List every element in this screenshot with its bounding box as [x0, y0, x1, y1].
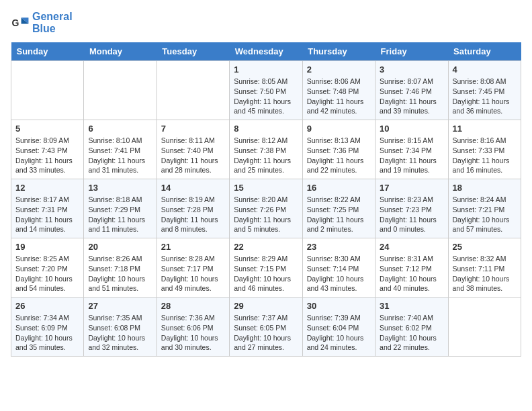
cell-details: Sunrise: 8:15 AMSunset: 7:34 PMDaylight:… [380, 136, 443, 175]
cell-details: Sunrise: 7:39 AMSunset: 6:04 PMDaylight:… [307, 313, 371, 353]
cell-details: Sunrise: 8:17 AMSunset: 7:31 PMDaylight:… [15, 195, 79, 234]
weekday-header: Monday [84, 42, 157, 61]
cell-details: Sunrise: 8:31 AMSunset: 7:12 PMDaylight:… [380, 254, 443, 293]
day-number: 30 [307, 301, 371, 311]
weekday-header: Thursday [302, 42, 375, 61]
cell-details: Sunrise: 8:16 AMSunset: 7:33 PMDaylight:… [453, 136, 517, 175]
cell-details: Sunrise: 8:22 AMSunset: 7:25 PMDaylight:… [307, 195, 371, 234]
calendar-cell: 25Sunrise: 8:32 AMSunset: 7:11 PMDayligh… [448, 238, 521, 298]
logo: G General Blue [11, 11, 73, 34]
calendar-cell: 17Sunrise: 8:23 AMSunset: 7:23 PMDayligh… [375, 179, 448, 238]
weekday-header: Sunday [11, 42, 84, 61]
cell-details: Sunrise: 7:40 AMSunset: 6:02 PMDaylight:… [380, 313, 443, 353]
cell-details: Sunrise: 8:09 AMSunset: 7:43 PMDaylight:… [15, 136, 79, 175]
cell-details: Sunrise: 8:28 AMSunset: 7:17 PMDaylight:… [161, 254, 225, 293]
day-number: 12 [15, 183, 79, 193]
cell-details: Sunrise: 7:35 AMSunset: 6:08 PMDaylight:… [88, 313, 152, 353]
cell-details: Sunrise: 7:37 AMSunset: 6:05 PMDaylight:… [234, 313, 298, 353]
cell-details: Sunrise: 8:08 AMSunset: 7:45 PMDaylight:… [453, 77, 517, 116]
calendar-cell: 24Sunrise: 8:31 AMSunset: 7:12 PMDayligh… [375, 238, 448, 298]
calendar-cell: 4Sunrise: 8:08 AMSunset: 7:45 PMDaylight… [448, 61, 521, 120]
calendar-cell: 26Sunrise: 7:34 AMSunset: 6:09 PMDayligh… [11, 298, 84, 357]
calendar-cell: 7Sunrise: 8:11 AMSunset: 7:40 PMDaylight… [157, 120, 229, 179]
cell-details: Sunrise: 8:10 AMSunset: 7:41 PMDaylight:… [88, 136, 152, 175]
day-number: 2 [307, 64, 371, 75]
page-header: G General Blue [11, 11, 521, 34]
cell-details: Sunrise: 8:06 AMSunset: 7:48 PMDaylight:… [307, 77, 371, 116]
day-number: 7 [161, 124, 225, 134]
calendar-table: SundayMondayTuesdayWednesdayThursdayFrid… [11, 42, 521, 357]
day-number: 31 [380, 301, 443, 311]
cell-details: Sunrise: 8:23 AMSunset: 7:23 PMDaylight:… [380, 195, 443, 234]
calendar-cell: 12Sunrise: 8:17 AMSunset: 7:31 PMDayligh… [11, 179, 84, 238]
cell-details: Sunrise: 8:18 AMSunset: 7:29 PMDaylight:… [88, 195, 152, 234]
calendar-cell: 2Sunrise: 8:06 AMSunset: 7:48 PMDaylight… [302, 61, 375, 120]
day-number: 3 [380, 64, 443, 75]
calendar-cell: 23Sunrise: 8:30 AMSunset: 7:14 PMDayligh… [302, 238, 375, 298]
day-number: 22 [234, 242, 298, 252]
cell-details: Sunrise: 8:25 AMSunset: 7:20 PMDaylight:… [15, 254, 79, 293]
day-number: 15 [234, 183, 298, 193]
day-number: 17 [380, 183, 443, 193]
day-number: 19 [15, 242, 79, 252]
calendar-cell: 13Sunrise: 8:18 AMSunset: 7:29 PMDayligh… [84, 179, 157, 238]
day-number: 21 [161, 242, 225, 252]
day-number: 29 [234, 301, 298, 311]
day-number: 23 [307, 242, 371, 252]
calendar-cell [448, 298, 521, 357]
cell-details: Sunrise: 8:29 AMSunset: 7:15 PMDaylight:… [234, 254, 298, 293]
day-number: 5 [15, 124, 79, 134]
cell-details: Sunrise: 8:30 AMSunset: 7:14 PMDaylight:… [307, 254, 371, 293]
day-number: 24 [380, 242, 443, 252]
cell-details: Sunrise: 8:24 AMSunset: 7:21 PMDaylight:… [453, 195, 517, 234]
calendar-cell: 9Sunrise: 8:13 AMSunset: 7:36 PMDaylight… [302, 120, 375, 179]
svg-text:G: G [12, 17, 19, 28]
day-number: 18 [453, 183, 517, 193]
calendar-cell: 15Sunrise: 8:20 AMSunset: 7:26 PMDayligh… [230, 179, 302, 238]
cell-details: Sunrise: 7:34 AMSunset: 6:09 PMDaylight:… [15, 313, 79, 353]
calendar-cell: 16Sunrise: 8:22 AMSunset: 7:25 PMDayligh… [302, 179, 375, 238]
calendar-cell: 3Sunrise: 8:07 AMSunset: 7:46 PMDaylight… [375, 61, 448, 120]
weekday-header: Wednesday [230, 42, 302, 61]
day-number: 13 [88, 183, 152, 193]
day-number: 11 [453, 124, 517, 134]
calendar-cell: 1Sunrise: 8:05 AMSunset: 7:50 PMDaylight… [230, 61, 302, 120]
calendar-cell: 20Sunrise: 8:26 AMSunset: 7:18 PMDayligh… [84, 238, 157, 298]
calendar-cell [157, 61, 229, 120]
day-number: 28 [161, 301, 225, 311]
calendar-cell: 30Sunrise: 7:39 AMSunset: 6:04 PMDayligh… [302, 298, 375, 357]
calendar-cell: 19Sunrise: 8:25 AMSunset: 7:20 PMDayligh… [11, 238, 84, 298]
calendar-cell: 18Sunrise: 8:24 AMSunset: 7:21 PMDayligh… [448, 179, 521, 238]
cell-details: Sunrise: 8:19 AMSunset: 7:28 PMDaylight:… [161, 195, 225, 234]
calendar-cell: 10Sunrise: 8:15 AMSunset: 7:34 PMDayligh… [375, 120, 448, 179]
day-number: 8 [234, 124, 298, 134]
calendar-cell: 27Sunrise: 7:35 AMSunset: 6:08 PMDayligh… [84, 298, 157, 357]
calendar-cell: 22Sunrise: 8:29 AMSunset: 7:15 PMDayligh… [230, 238, 302, 298]
calendar-cell [11, 61, 84, 120]
calendar-cell [84, 61, 157, 120]
day-number: 26 [15, 301, 79, 311]
cell-details: Sunrise: 8:07 AMSunset: 7:46 PMDaylight:… [380, 77, 443, 116]
cell-details: Sunrise: 8:26 AMSunset: 7:18 PMDaylight:… [88, 254, 152, 293]
calendar-cell: 5Sunrise: 8:09 AMSunset: 7:43 PMDaylight… [11, 120, 84, 179]
cell-details: Sunrise: 7:36 AMSunset: 6:06 PMDaylight:… [161, 313, 225, 353]
calendar-cell: 28Sunrise: 7:36 AMSunset: 6:06 PMDayligh… [157, 298, 229, 357]
weekday-header: Saturday [448, 42, 521, 61]
cell-details: Sunrise: 8:32 AMSunset: 7:11 PMDaylight:… [453, 254, 517, 293]
calendar-cell: 14Sunrise: 8:19 AMSunset: 7:28 PMDayligh… [157, 179, 229, 238]
calendar-header: SundayMondayTuesdayWednesdayThursdayFrid… [11, 42, 521, 61]
calendar-cell: 6Sunrise: 8:10 AMSunset: 7:41 PMDaylight… [84, 120, 157, 179]
logo-text: General Blue [32, 11, 73, 34]
logo-icon: G [11, 13, 30, 32]
day-number: 10 [380, 124, 443, 134]
day-number: 9 [307, 124, 371, 134]
day-number: 16 [307, 183, 371, 193]
weekday-header: Tuesday [157, 42, 229, 61]
cell-details: Sunrise: 8:05 AMSunset: 7:50 PMDaylight:… [234, 77, 298, 116]
calendar-cell: 8Sunrise: 8:12 AMSunset: 7:38 PMDaylight… [230, 120, 302, 179]
cell-details: Sunrise: 8:12 AMSunset: 7:38 PMDaylight:… [234, 136, 298, 175]
calendar-cell: 11Sunrise: 8:16 AMSunset: 7:33 PMDayligh… [448, 120, 521, 179]
calendar-body: 1Sunrise: 8:05 AMSunset: 7:50 PMDaylight… [11, 61, 521, 357]
calendar-cell: 21Sunrise: 8:28 AMSunset: 7:17 PMDayligh… [157, 238, 229, 298]
day-number: 1 [234, 64, 298, 75]
